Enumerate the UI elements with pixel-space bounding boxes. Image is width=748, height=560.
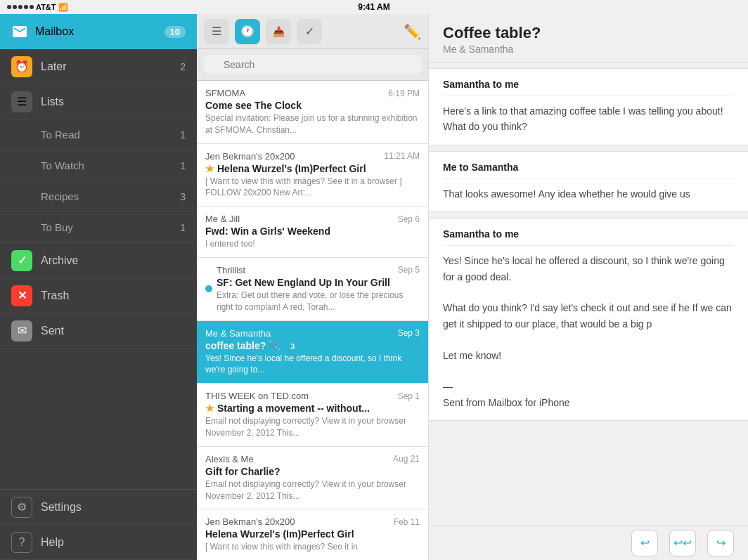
signal-dot-2 — [13, 5, 17, 9]
sidebar-to-buy-label: To Buy — [41, 221, 180, 233]
email-time: Feb 11 — [394, 517, 420, 527]
email-time: Sep 6 — [398, 214, 420, 224]
later-icon: ⏰ — [11, 56, 32, 77]
email-detail-header: Coffee table? Me & Samantha — [429, 14, 748, 63]
email-item-jen-bekman-2[interactable]: Jen Bekman's 20x200 Feb 11 Helena Wurzel… — [197, 509, 428, 560]
email-subject: Helena Wurzel's (Im)Perfect Girl — [205, 528, 420, 540]
lists-icon: ☰ — [11, 91, 32, 112]
message-header-1: Samantha to me — [443, 79, 734, 96]
clock-filter-button[interactable]: 🕐 — [235, 19, 260, 44]
message-body-1: Here's a link to that amazing coffee tab… — [443, 103, 734, 135]
email-item-ted[interactable]: THIS WEEK on TED.com Sep 1 ★Starting a m… — [197, 384, 428, 447]
reply-all-button[interactable]: ↩↩ — [669, 530, 696, 556]
email-detail-panel: Coffee table? Me & Samantha Samantha to … — [429, 14, 748, 560]
sidebar-to-read-label: To Read — [41, 129, 180, 141]
email-sender: Alexis & Me — [205, 454, 254, 464]
email-subject: ★Helena Wurzel's (Im)Perfect Girl — [205, 163, 420, 174]
sidebar-item-later[interactable]: ⏰ Later 2 — [0, 49, 197, 84]
signal-dot-5 — [30, 5, 34, 9]
mailbox-app-icon — [11, 23, 28, 40]
archive-icon: ✓ — [11, 250, 32, 271]
sidebar-archive-label: Archive — [41, 254, 186, 267]
sidebar-mailbox-label: Mailbox — [35, 25, 74, 38]
forward-button[interactable]: ↪ — [707, 530, 734, 556]
email-sender: Jen Bekman's 20x200 — [205, 516, 295, 527]
sidebar-to-watch-label: To Watch — [41, 159, 180, 171]
email-time: Sep 1 — [398, 391, 420, 401]
sidebar: Mailbox 10 ⏰ Later 2 ☰ Lists To Read 1 T… — [0, 14, 197, 560]
email-preview: I entered too! — [205, 238, 420, 250]
sidebar-sent-label: Sent — [41, 325, 186, 337]
search-bar: 🔍 — [197, 49, 428, 81]
search-input[interactable] — [204, 55, 421, 74]
sidebar-item-recipes[interactable]: Recipes 3 — [0, 181, 197, 212]
signal-dot-3 — [18, 5, 22, 9]
sidebar-to-watch-count: 1 — [180, 160, 186, 171]
email-preview: [ Want to view this with images? See it … — [205, 541, 420, 553]
email-item-thrillist[interactable]: Thrillist Sep 5 SF: Get New England Up I… — [197, 258, 428, 321]
email-detail-footer: ↩ ↩↩ ↪ — [429, 525, 748, 560]
sidebar-item-settings[interactable]: ⚙ Settings — [0, 490, 197, 525]
sidebar-item-sent[interactable]: ✉ Sent — [0, 313, 197, 349]
email-sender: Me & Samantha — [205, 328, 271, 339]
message-block-2[interactable]: Me to Samantha That looks awesome! Any i… — [429, 151, 748, 212]
email-item-sfmoma[interactable]: SFMOMA 6:19 PM Come see The Clock Specia… — [197, 81, 428, 144]
sidebar-later-label: Later — [41, 60, 180, 73]
time-display: 9:41 AM — [358, 2, 390, 12]
sidebar-item-help[interactable]: ? Help — [0, 525, 197, 560]
star-icon: ★ — [205, 163, 214, 174]
email-detail-body: Samantha to me Here's a link to that ama… — [429, 63, 748, 525]
menu-button[interactable]: ☰ — [204, 19, 229, 44]
email-time: Sep 3 — [398, 328, 420, 338]
sidebar-item-to-read[interactable]: To Read 1 — [0, 119, 197, 150]
status-bar: AT&T 📶 9:41 AM — [0, 0, 748, 14]
email-sender: Thrillist — [217, 265, 245, 275]
status-bar-left: AT&T 📶 — [7, 3, 68, 12]
email-time: Sep 5 — [398, 265, 420, 275]
email-item-me-samantha[interactable]: Me & Samantha Sep 3 coffee table? 📎 3 Ye… — [197, 321, 428, 384]
email-sender: Jen Bekman's 20x200 — [205, 151, 295, 162]
message-block-3[interactable]: Samantha to me Yes! Since he's local he … — [429, 218, 748, 421]
sidebar-item-lists[interactable]: ☰ Lists — [0, 84, 197, 119]
message-block-1[interactable]: Samantha to me Here's a link to that ama… — [429, 68, 748, 145]
email-preview: Yes! Since he's local he offered a disco… — [205, 353, 420, 377]
help-icon: ? — [11, 532, 32, 553]
email-sender: THIS WEEK on TED.com — [205, 391, 309, 401]
email-item-alexis[interactable]: Alexis & Me Aug 21 Gift for Charlie? Ema… — [197, 447, 428, 510]
done-filter-button[interactable]: ✓ — [297, 19, 322, 44]
sidebar-help-label: Help — [41, 536, 186, 549]
email-list-toolbar: ☰ 🕐 📥 ✓ ✏️ — [197, 14, 428, 49]
sidebar-header-left: Mailbox — [11, 23, 74, 40]
sidebar-item-to-watch[interactable]: To Watch 1 — [0, 150, 197, 181]
email-subject: ★Starting a movement -- without... — [205, 403, 420, 414]
inbox-filter-button[interactable]: 📥 — [266, 19, 291, 44]
email-preview: Email not displaying correctly? View it … — [205, 478, 420, 502]
message-body-2: That looks awesome! Any idea whether he … — [443, 186, 734, 202]
sidebar-to-read-count: 1 — [180, 129, 186, 141]
unread-dot — [205, 285, 212, 292]
reply-button[interactable]: ↩ — [631, 530, 658, 556]
wifi-icon: 📶 — [58, 3, 68, 12]
message-header-3: Samantha to me — [443, 228, 734, 246]
email-preview: [ Want to view this with images? See it … — [205, 176, 420, 200]
trash-icon: ✕ — [11, 285, 32, 306]
carrier-label: AT&T — [36, 3, 56, 11]
email-subject: Come see The Clock — [205, 100, 420, 111]
email-thread-count: 3 — [286, 341, 299, 351]
email-preview: Extra: Get out there and vote, or lose t… — [217, 289, 420, 313]
email-item-me-jill[interactable]: Me & Jill Sep 6 Fwd: Win a Girls' Weeken… — [197, 207, 428, 258]
email-items: SFMOMA 6:19 PM Come see The Clock Specia… — [197, 81, 428, 560]
compose-button[interactable]: ✏️ — [404, 23, 421, 40]
email-detail-subtitle: Me & Samantha — [443, 44, 734, 55]
sidebar-header[interactable]: Mailbox 10 — [0, 14, 197, 49]
email-item-jen-bekman[interactable]: Jen Bekman's 20x200 11:21 AM ★Helena Wur… — [197, 144, 428, 207]
sidebar-later-count: 2 — [180, 61, 186, 72]
sidebar-item-archive[interactable]: ✓ Archive — [0, 243, 197, 278]
main-layout: Mailbox 10 ⏰ Later 2 ☰ Lists To Read 1 T… — [0, 14, 748, 560]
email-time: 11:21 AM — [384, 151, 420, 161]
email-time: Aug 21 — [393, 454, 420, 464]
email-sender: Me & Jill — [205, 214, 240, 224]
sidebar-item-trash[interactable]: ✕ Trash — [0, 278, 197, 313]
email-subject: coffee table? 📎 3 — [205, 340, 420, 351]
sidebar-item-to-buy[interactable]: To Buy 1 — [0, 212, 197, 243]
